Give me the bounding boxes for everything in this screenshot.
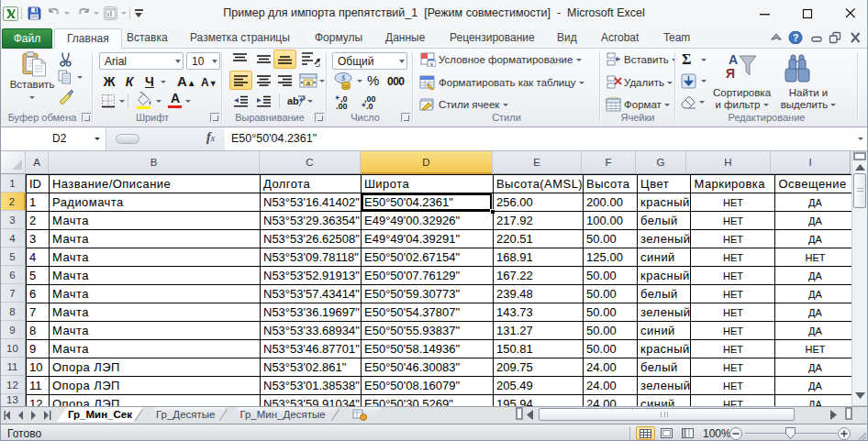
svg-text:А: А <box>729 52 738 67</box>
svg-text:,0: ,0 <box>366 102 373 110</box>
svg-text:?: ? <box>793 32 799 43</box>
svg-text:a: a <box>306 80 310 86</box>
svg-text:Я: Я <box>726 66 735 81</box>
svg-text:,00: ,00 <box>336 102 348 110</box>
svg-text:ab: ab <box>287 95 299 106</box>
svg-text:s: s <box>430 61 433 67</box>
svg-text:$: $ <box>341 74 345 83</box>
